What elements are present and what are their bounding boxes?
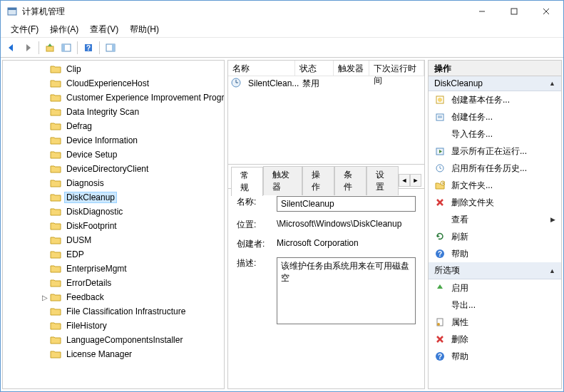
- tab-triggers[interactable]: 触发器: [263, 166, 302, 195]
- field-name[interactable]: SilentCleanup: [277, 196, 416, 212]
- tab-actions[interactable]: 操作: [302, 166, 334, 195]
- folder-icon: [50, 178, 61, 188]
- tree-item-label: Diagnosis: [64, 177, 106, 189]
- app-icon: [6, 6, 18, 17]
- folder-icon: [50, 64, 61, 74]
- action-item[interactable]: 刷新: [429, 228, 561, 245]
- menu-action[interactable]: 操作(A): [44, 22, 84, 37]
- action-label: 创建任务...: [451, 111, 493, 123]
- collapse-icon: ▲: [549, 267, 555, 274]
- folder-icon: [50, 306, 61, 316]
- tree-item[interactable]: EDP: [3, 247, 224, 262]
- tree-item[interactable]: Data Integrity Scan: [3, 105, 224, 119]
- forward-button[interactable]: [20, 40, 36, 56]
- folder-tree[interactable]: ClipCloudExperienceHostCustomer Experien…: [3, 61, 224, 388]
- action-item[interactable]: 导出...: [429, 296, 561, 314]
- action-section-selected[interactable]: 所选项 ▲: [429, 262, 561, 279]
- field-author: Microsoft Corporation: [277, 238, 416, 248]
- svg-rect-12: [112, 44, 115, 51]
- action-item[interactable]: 删除: [429, 331, 561, 348]
- tree-item[interactable]: FileHistory: [3, 319, 224, 333]
- field-description[interactable]: 该维护任务由系统用来在可用磁盘空: [277, 257, 416, 324]
- minimize-button[interactable]: [466, 1, 498, 21]
- tree-item[interactable]: Device Setup: [3, 148, 224, 162]
- action-item[interactable]: ★新文件夹...: [429, 177, 561, 194]
- action-label: 删除文件夹: [451, 197, 494, 209]
- tree-item-label: EnterpriseMgmt: [64, 263, 129, 274]
- action-item[interactable]: 创建任务...: [429, 108, 561, 125]
- tree-item[interactable]: DeviceDirectoryClient: [3, 162, 224, 176]
- tree-item-label: FileHistory: [64, 320, 109, 331]
- tree-item-label: License Manager: [64, 349, 134, 360]
- svg-point-17: [438, 98, 442, 102]
- col-status[interactable]: 状态: [295, 61, 334, 76]
- help-button[interactable]: ?: [81, 40, 96, 56]
- action-label: 导入任务...: [451, 128, 493, 140]
- up-button[interactable]: [42, 40, 58, 56]
- tree-item[interactable]: Defrag: [3, 119, 224, 133]
- tree-item-label: Data Integrity Scan: [64, 106, 141, 118]
- tree-panel: ClipCloudExperienceHostCustomer Experien…: [2, 60, 225, 389]
- col-name[interactable]: 名称: [228, 61, 295, 76]
- close-button[interactable]: [530, 1, 562, 21]
- action-item[interactable]: 导入任务...: [429, 125, 561, 143]
- actions-panel: 操作 DiskCleanup ▲ 创建基本任务...创建任务...导入任务...…: [428, 60, 562, 389]
- tree-item-label: DeviceDirectoryClient: [64, 163, 150, 175]
- tree-item[interactable]: CloudExperienceHost: [3, 76, 224, 91]
- tree-item[interactable]: Device Information: [3, 133, 224, 148]
- tab-general[interactable]: 常规: [231, 167, 263, 196]
- action-item[interactable]: ?帮助: [429, 245, 561, 262]
- tree-item[interactable]: DUSM: [3, 233, 224, 247]
- menu-file[interactable]: 文件(F): [5, 22, 44, 37]
- tree-item[interactable]: LanguageComponentsInstaller: [3, 333, 224, 347]
- tree-item-label: Device Setup: [64, 149, 119, 160]
- svg-line-24: [440, 168, 441, 169]
- clock-icon: [231, 78, 242, 89]
- tab-scroll-right[interactable]: ►: [410, 174, 421, 187]
- task-properties: 名称: SilentCleanup 位置: \Microsoft\Windows…: [228, 189, 424, 388]
- tab-conditions[interactable]: 条件: [334, 166, 366, 195]
- action-item[interactable]: 查看▶: [429, 211, 561, 228]
- tree-item[interactable]: DiskCleanup: [3, 190, 224, 205]
- menu-view[interactable]: 查看(V): [84, 22, 124, 37]
- task-row[interactable]: SilentClean... 禁用: [228, 76, 424, 91]
- tree-item[interactable]: ▷Feedback: [3, 290, 224, 304]
- action-item[interactable]: 删除文件夹: [429, 194, 561, 211]
- action-item[interactable]: 启用所有任务历史...: [429, 160, 561, 177]
- running-icon: [434, 145, 446, 157]
- tree-item-label: DiskFootprint: [64, 220, 119, 232]
- action-item[interactable]: 显示所有正在运行...: [429, 143, 561, 160]
- tree-item[interactable]: Clip: [3, 62, 224, 76]
- refresh-icon: [434, 231, 446, 242]
- tree-item[interactable]: Customer Experience Improvement Program: [3, 91, 224, 105]
- import-icon: [434, 128, 446, 140]
- tree-item[interactable]: License Manager: [3, 347, 224, 361]
- task-list[interactable]: SilentClean... 禁用: [228, 76, 424, 164]
- maximize-button[interactable]: [498, 1, 530, 21]
- col-nextrun[interactable]: 下次运行时间: [369, 61, 424, 76]
- show-hide-action-button[interactable]: [103, 40, 118, 56]
- back-button[interactable]: [4, 40, 19, 56]
- tree-item[interactable]: Diagnosis: [3, 176, 224, 190]
- tab-scroll-left[interactable]: ◄: [399, 174, 410, 187]
- tree-item[interactable]: File Classification Infrastructure: [3, 304, 224, 319]
- folder-icon: [50, 107, 61, 117]
- action-label: 查看: [451, 214, 468, 226]
- folder-icon: [50, 207, 61, 217]
- action-section-folder[interactable]: DiskCleanup ▲: [429, 76, 561, 91]
- action-item[interactable]: 属性: [429, 314, 561, 331]
- expander-icon[interactable]: ▷: [40, 294, 50, 301]
- show-hide-tree-button[interactable]: [58, 40, 74, 56]
- action-item[interactable]: 创建基本任务...: [429, 91, 561, 108]
- menu-help[interactable]: 帮助(H): [124, 22, 165, 37]
- tree-item[interactable]: ErrorDetails: [3, 276, 224, 290]
- tree-item[interactable]: DiskFootprint: [3, 219, 224, 233]
- action-item[interactable]: ?帮助: [429, 348, 561, 365]
- folder-icon: [50, 93, 61, 103]
- tab-settings[interactable]: 设置: [366, 166, 399, 195]
- action-item[interactable]: 启用: [429, 279, 561, 296]
- col-trigger[interactable]: 触发器: [334, 61, 369, 76]
- tree-item[interactable]: EnterpriseMgmt: [3, 262, 224, 276]
- tree-item[interactable]: DiskDiagnostic: [3, 205, 224, 219]
- export-icon: [434, 299, 446, 311]
